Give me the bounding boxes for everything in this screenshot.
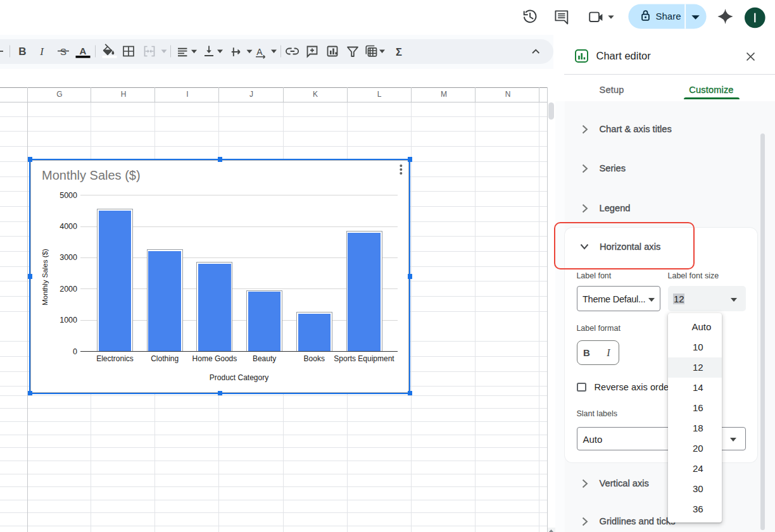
svg-text:A: A	[256, 47, 263, 57]
svg-text:Σ: Σ	[396, 46, 402, 58]
svg-text:I: I	[39, 46, 44, 58]
svg-text:Share: Share	[656, 11, 681, 22]
svg-text:S: S	[60, 46, 66, 57]
svg-text:A: A	[80, 46, 87, 56]
svg-text:B: B	[18, 46, 26, 58]
